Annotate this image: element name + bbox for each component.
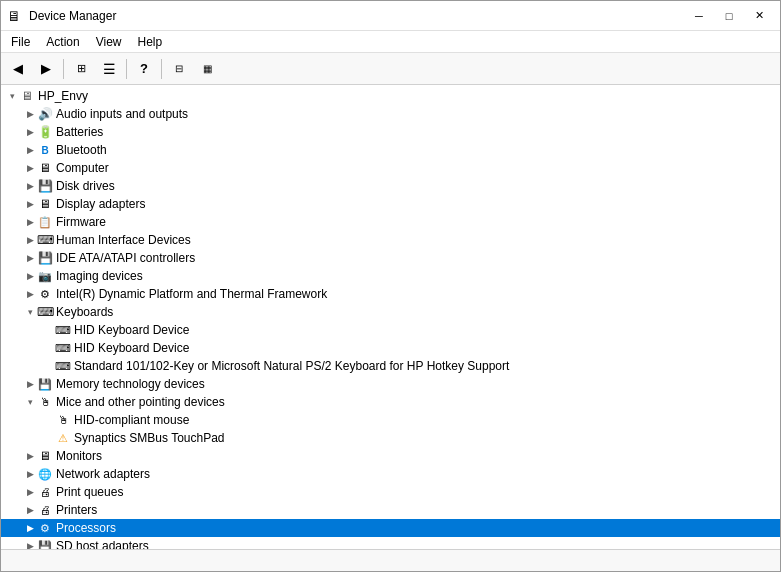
touchpad-icon: ⚠ (55, 430, 71, 446)
tree-item-keyboards[interactable]: ▾ ⌨ Keyboards (1, 303, 780, 321)
tree-item-batteries[interactable]: ▶ 🔋 Batteries (1, 123, 780, 141)
menu-action[interactable]: Action (38, 33, 87, 51)
title-bar: 🖥 Device Manager ─ □ ✕ (1, 1, 780, 31)
ide-icon: 💾 (37, 250, 53, 266)
processors-arrow: ▶ (23, 521, 37, 535)
processors-icon: ⚙ (37, 520, 53, 536)
mice-label: Mice and other pointing devices (56, 395, 225, 409)
update-driver-button[interactable]: ⊟ (166, 56, 192, 82)
bluetooth-label: Bluetooth (56, 143, 107, 157)
audio-icon: 🔊 (37, 106, 53, 122)
minimize-button[interactable]: ─ (684, 6, 714, 26)
menu-view[interactable]: View (88, 33, 130, 51)
intel-platform-icon: ⚙ (37, 286, 53, 302)
tree-item-disk-drives[interactable]: ▶ 💾 Disk drives (1, 177, 780, 195)
sd-host-arrow: ▶ (23, 539, 37, 549)
standard-keyboard-icon: ⌨ (55, 358, 71, 374)
print-queues-icon: 🖨 (37, 484, 53, 500)
help-button[interactable]: ? (131, 56, 157, 82)
display-icon: 🖥 (37, 196, 53, 212)
tree-item-display[interactable]: ▶ 🖥 Display adapters (1, 195, 780, 213)
sd-host-icon: 💾 (37, 538, 53, 549)
tree-item-imaging[interactable]: ▶ 📷 Imaging devices (1, 267, 780, 285)
standard-keyboard-label: Standard 101/102-Key or Microsoft Natura… (74, 359, 509, 373)
tree-item-computer[interactable]: ▶ 🖥 Computer (1, 159, 780, 177)
monitors-arrow: ▶ (23, 449, 37, 463)
toolbar-separator-2 (126, 59, 127, 79)
monitors-icon: 🖥 (37, 448, 53, 464)
computer-arrow: ▶ (23, 161, 37, 175)
tree-item-network[interactable]: ▶ 🌐 Network adapters (1, 465, 780, 483)
batteries-arrow: ▶ (23, 125, 37, 139)
root-arrow: ▾ (5, 89, 19, 103)
mice-arrow: ▾ (23, 395, 37, 409)
show-hidden-button[interactable]: ⊞ (68, 56, 94, 82)
tree-item-mice[interactable]: ▾ 🖱 Mice and other pointing devices (1, 393, 780, 411)
intel-platform-label: Intel(R) Dynamic Platform and Thermal Fr… (56, 287, 327, 301)
computer-icon: 🖥 (37, 160, 53, 176)
tree-item-hid-mouse[interactable]: 🖱 HID-compliant mouse (1, 411, 780, 429)
network-arrow: ▶ (23, 467, 37, 481)
keyboards-icon: ⌨ (37, 304, 53, 320)
audio-label: Audio inputs and outputs (56, 107, 188, 121)
forward-button[interactable]: ▶ (33, 56, 59, 82)
printers-arrow: ▶ (23, 503, 37, 517)
bluetooth-icon: B (37, 142, 53, 158)
tree-item-ide[interactable]: ▶ 💾 IDE ATA/ATAPI controllers (1, 249, 780, 267)
menu-help[interactable]: Help (130, 33, 171, 51)
toolbar-separator-3 (161, 59, 162, 79)
tree-item-hid-keyboard-1[interactable]: ⌨ HID Keyboard Device (1, 321, 780, 339)
display-label: Display adapters (56, 197, 145, 211)
tree-item-memory-tech[interactable]: ▶ 💾 Memory technology devices (1, 375, 780, 393)
close-button[interactable]: ✕ (744, 6, 774, 26)
hid-icon: ⌨ (37, 232, 53, 248)
properties-button[interactable]: ☰ (96, 56, 122, 82)
sd-host-label: SD host adapters (56, 539, 149, 549)
window-title: Device Manager (29, 9, 116, 23)
tree-item-processors[interactable]: ▶ ⚙ Processors (1, 519, 780, 537)
hid-arrow: ▶ (23, 233, 37, 247)
tree-root[interactable]: ▾ 🖥 HP_Envy (1, 87, 780, 105)
root-label: HP_Envy (38, 89, 88, 103)
toolbar: ◀ ▶ ⊞ ☰ ? ⊟ ▦ (1, 53, 780, 85)
computer-label: Computer (56, 161, 109, 175)
back-button[interactable]: ◀ (5, 56, 31, 82)
content-area: ▾ 🖥 HP_Envy ▶ 🔊 Audio inputs and outputs… (1, 85, 780, 549)
ide-arrow: ▶ (23, 251, 37, 265)
imaging-label: Imaging devices (56, 269, 143, 283)
menu-file[interactable]: File (3, 33, 38, 51)
firmware-icon: 📋 (37, 214, 53, 230)
imaging-arrow: ▶ (23, 269, 37, 283)
mice-icon: 🖱 (37, 394, 53, 410)
disk-drives-label: Disk drives (56, 179, 115, 193)
tree-item-firmware[interactable]: ▶ 📋 Firmware (1, 213, 780, 231)
tree-item-monitors[interactable]: ▶ 🖥 Monitors (1, 447, 780, 465)
tree-item-bluetooth[interactable]: ▶ B Bluetooth (1, 141, 780, 159)
tree-item-printers[interactable]: ▶ 🖨 Printers (1, 501, 780, 519)
window-controls: ─ □ ✕ (684, 6, 774, 26)
tree-item-hid-keyboard-2[interactable]: ⌨ HID Keyboard Device (1, 339, 780, 357)
hid-keyboard-2-label: HID Keyboard Device (74, 341, 189, 355)
touchpad-label: Synaptics SMBus TouchPad (74, 431, 225, 445)
disk-drives-arrow: ▶ (23, 179, 37, 193)
keyboards-label: Keyboards (56, 305, 113, 319)
network-icon: 🌐 (37, 466, 53, 482)
ide-label: IDE ATA/ATAPI controllers (56, 251, 195, 265)
maximize-button[interactable]: □ (714, 6, 744, 26)
device-tree[interactable]: ▾ 🖥 HP_Envy ▶ 🔊 Audio inputs and outputs… (1, 85, 780, 549)
tree-item-standard-keyboard[interactable]: ⌨ Standard 101/102-Key or Microsoft Natu… (1, 357, 780, 375)
printers-icon: 🖨 (37, 502, 53, 518)
memory-tech-label: Memory technology devices (56, 377, 205, 391)
tree-item-print-queues[interactable]: ▶ 🖨 Print queues (1, 483, 780, 501)
tree-item-sd-host[interactable]: ▶ 💾 SD host adapters (1, 537, 780, 549)
disk-drives-icon: 💾 (37, 178, 53, 194)
processors-label: Processors (56, 521, 116, 535)
firmware-arrow: ▶ (23, 215, 37, 229)
tree-item-touchpad[interactable]: ⚠ Synaptics SMBus TouchPad (1, 429, 780, 447)
tree-item-audio[interactable]: ▶ 🔊 Audio inputs and outputs (1, 105, 780, 123)
network-label: Network adapters (56, 467, 150, 481)
tree-item-hid[interactable]: ▶ ⌨ Human Interface Devices (1, 231, 780, 249)
hid-keyboard-1-icon: ⌨ (55, 322, 71, 338)
monitor-button[interactable]: ▦ (194, 56, 220, 82)
tree-item-intel-platform[interactable]: ▶ ⚙ Intel(R) Dynamic Platform and Therma… (1, 285, 780, 303)
